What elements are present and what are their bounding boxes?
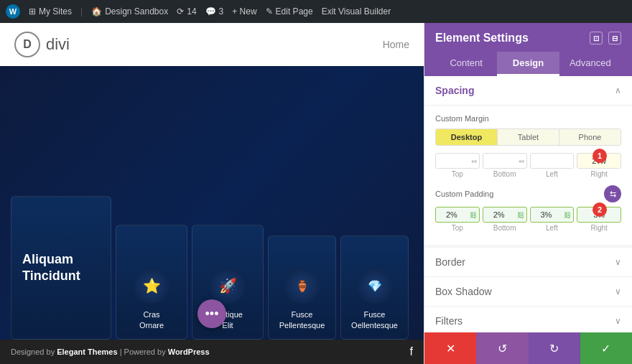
hero-section: AliquamTincidunt ⭐ CrasOrnare 🚀 Tristiqu… [0,66,424,364]
design-sandbox-item[interactable]: 🏠 Design Sandbox [91,6,168,17]
main-area: D divi Home AliquamTincidunt ⭐ CrasOrnar… [0,23,632,364]
margin-bottom-label: Bottom [493,170,516,178]
reset-icon: ↺ [498,342,507,355]
my-sites-item[interactable]: ⊞ My Sites [29,6,72,17]
filters-section-title: Filters [435,315,463,327]
border-section-header[interactable]: Border ∨ [424,248,632,276]
padding-left-input[interactable] [531,207,562,222]
badge-1: 1 [592,149,607,163]
card-5-icon: 💎 [357,268,393,304]
margin-left-input-wrapper [530,153,575,169]
exit-visual-builder-item[interactable]: Exit Visual Builder [322,6,391,17]
updates-icon: ⟳ [177,6,184,17]
cancel-icon: ✕ [446,342,455,355]
box-shadow-section-title: Box Shadow [435,286,492,297]
save-icon: ✓ [601,342,610,355]
padding-bottom-cell: ⛓ Bottom [483,207,527,232]
tab-content[interactable]: Content [435,52,497,76]
card-5-title: FusceOellentesque [351,309,398,330]
list-item[interactable]: 🏺 FuscePellentesque [268,235,336,340]
panel-title-text: Element Settings [435,32,529,45]
margin-bottom-input[interactable] [483,154,516,168]
card-4-title: FuscePellentesque [279,309,325,330]
list-item[interactable]: AliquamTincidunt [11,196,111,340]
list-item[interactable]: ⭐ CrasOrnare [116,225,187,340]
fab-button[interactable]: ••• [198,299,226,328]
divi-nav-home[interactable]: Home [383,39,409,50]
new-label: + New [232,6,256,17]
padding-bottom-link-icon: ⛓ [515,211,526,219]
card-1-title: AliquamTincidunt [22,251,80,285]
filters-chevron-icon: ∨ [615,316,621,326]
tab-advanced[interactable]: Advanced [559,52,621,76]
divi-header: D divi Home [0,23,424,66]
padding-left-link-icon: ⛓ [562,211,573,219]
padding-left-input-wrapper: ⛓ [530,207,575,223]
wp-admin-bar: W ⊞ My Sites | 🏠 Design Sandbox ⟳ 14 💬 3… [0,0,632,23]
margin-right-label: Right [590,170,607,178]
panel-icon-1[interactable]: ⊡ [590,32,603,45]
panel-tabs: Content Design Advanced [435,52,621,76]
divi-logo: D divi [14,32,70,57]
list-item[interactable]: 💎 FusceOellentesque [340,235,409,340]
padding-bottom-input[interactable] [483,207,515,222]
comments-item[interactable]: 💬 3 [205,6,224,17]
margin-fields-wrapper: ⇔ Top ⇔ Bottom [435,153,621,178]
tab-tablet[interactable]: Tablet [498,129,559,145]
footer-bar: Designed by Elegant Themes | Powered by … [0,340,424,364]
filters-section-header[interactable]: Filters ∨ [424,307,632,332]
custom-margin-label: Custom Margin [435,114,621,123]
updates-item[interactable]: ⟳ 14 [177,6,196,17]
new-item[interactable]: + New [232,6,256,17]
edit-page-label: Edit Page [276,6,313,17]
right-panel: Element Settings ⊡ ⊟ Content Design Adva… [424,23,632,364]
padding-right-label: Right [590,224,607,232]
padding-fields-wrapper: ⛓ Top ⛓ Bottom [435,207,621,232]
device-tabs: Desktop Tablet Phone [435,129,621,146]
page-canvas: D divi Home AliquamTincidunt ⭐ CrasOrnar… [0,23,424,364]
cancel-button[interactable]: ✕ [424,332,476,364]
panel-icon-2[interactable]: ⊟ [608,32,621,45]
my-sites-label: My Sites [39,6,72,17]
comments-icon: 💬 [205,6,216,17]
margin-bottom-cell: ⇔ Bottom [483,153,527,178]
card-2-icon: ⭐ [134,268,169,304]
badge-2: 2 [592,202,607,217]
cards-row: AliquamTincidunt ⭐ CrasOrnare 🚀 Tristiqu… [0,66,424,340]
box-shadow-chevron-icon: ∨ [615,286,621,297]
panel-title: Element Settings ⊡ ⊟ [435,32,621,45]
wp-logo-item[interactable]: W [6,4,20,19]
facebook-icon: f [410,345,413,358]
reset-button[interactable]: ↺ [476,332,528,364]
filters-section: Filters ∨ [424,307,632,332]
tab-desktop[interactable]: Desktop [436,129,498,145]
divi-logo-letter: D [23,38,32,51]
margin-top-input[interactable] [436,154,469,168]
spacing-section-header[interactable]: Spacing ∧ [424,76,632,106]
padding-bottom-input-wrapper: ⛓ [483,207,527,223]
box-shadow-section: Box Shadow ∨ [424,277,632,307]
redo-button[interactable]: ↻ [529,332,580,364]
margin-left-input[interactable] [531,154,574,168]
border-chevron-icon: ∨ [615,257,621,267]
redo-icon: ↻ [549,342,559,355]
box-shadow-section-header[interactable]: Box Shadow ∨ [424,277,632,306]
padding-top-input-wrapper: ⛓ [435,207,480,223]
edit-page-item[interactable]: ✎ Edit Page [266,6,313,17]
margin-top-cell: ⇔ Top [435,153,480,178]
tab-design[interactable]: Design [497,52,559,76]
exchange-arrow-icon: ⇆ [604,185,621,202]
margin-left-label: Left [546,170,558,178]
margin-bottom-link-icon: ⇔ [516,157,526,165]
padding-top-input[interactable] [436,207,468,222]
card-4-icon: 🏺 [284,268,320,304]
card-2-title: CrasOrnare [139,309,164,330]
padding-top-link-icon: ⛓ [468,211,479,219]
save-button[interactable]: ✓ [580,332,632,364]
panel-title-icons: ⊡ ⊟ [590,32,621,45]
tab-phone[interactable]: Phone [559,129,621,145]
design-sandbox-label: Design Sandbox [105,6,168,17]
divi-logo-circle: D [14,32,40,57]
spacing-chevron-icon: ∧ [615,85,621,95]
wp-logo: W [6,4,20,19]
